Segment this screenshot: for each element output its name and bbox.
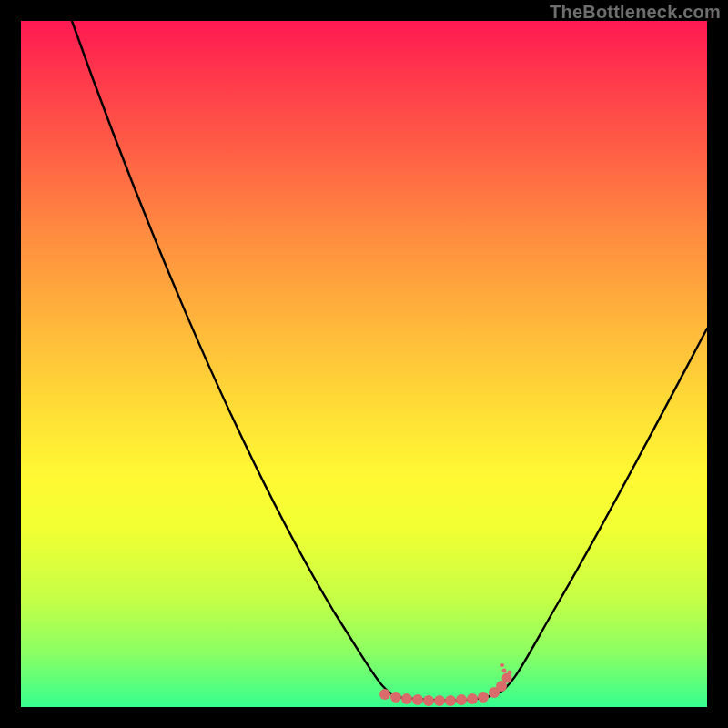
chart-stage: TheBottleneck.com xyxy=(0,0,728,728)
chart-plot-area xyxy=(21,21,707,707)
svg-point-6 xyxy=(445,695,456,706)
svg-point-0 xyxy=(379,689,390,700)
chart-overlay xyxy=(21,21,707,707)
svg-point-7 xyxy=(456,694,467,705)
svg-point-14 xyxy=(508,671,512,675)
svg-point-13 xyxy=(502,669,507,673)
svg-point-15 xyxy=(500,663,504,667)
svg-point-8 xyxy=(467,693,478,704)
svg-point-1 xyxy=(390,692,401,703)
svg-point-9 xyxy=(478,692,489,703)
watermark-text: TheBottleneck.com xyxy=(550,2,721,23)
svg-point-5 xyxy=(434,695,445,706)
flat-region-dots xyxy=(379,663,512,706)
svg-point-2 xyxy=(401,693,412,704)
svg-point-4 xyxy=(423,695,434,706)
bottleneck-curve xyxy=(72,21,707,701)
svg-point-3 xyxy=(412,694,423,705)
